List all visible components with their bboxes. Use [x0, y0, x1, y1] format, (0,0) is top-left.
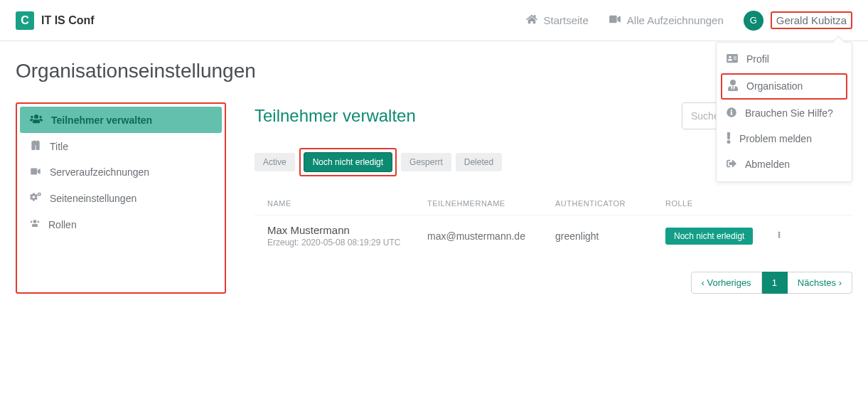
home-icon: [526, 14, 537, 26]
dropdown-logout-label: Abmelden: [745, 159, 790, 170]
user-name: Gerald Kubitza: [771, 11, 852, 29]
user-icon: [30, 218, 40, 230]
brand[interactable]: C IT IS Conf: [16, 11, 95, 30]
exclamation-icon: [727, 132, 731, 146]
sidebar-item-roles[interactable]: Rollen: [20, 211, 222, 238]
filter-banned[interactable]: Gesperrt: [401, 153, 451, 171]
dropdown-profile[interactable]: Profil: [717, 47, 852, 72]
cogs-icon: [30, 192, 41, 204]
users-icon: [30, 114, 43, 126]
nav-recordings[interactable]: Alle Aufzeichnungen: [609, 14, 724, 26]
filter-pending[interactable]: Noch nicht erledigt: [304, 152, 392, 172]
table-header: NAME TEILNEHMERNAME AUTHENTICATOR ROLLE: [254, 192, 852, 215]
video-icon: [30, 166, 41, 178]
dropdown-organisation[interactable]: Organisation: [721, 73, 847, 100]
col-header-username: TEILNEHMERNAME: [427, 199, 555, 208]
dropdown-profile-label: Profil: [746, 53, 769, 65]
table-row: Max Mustermann Erzeugt: 2020-05-08 08:19…: [254, 215, 852, 256]
col-header-name: NAME: [267, 199, 427, 208]
logout-icon: [727, 159, 736, 171]
panel-title: Teilnehmer verwalten: [254, 106, 416, 126]
dropdown-help-label: Brauchen Sie Hilfe?: [745, 107, 833, 119]
sidebar-item-label: Title: [50, 141, 68, 152]
brand-logo: C: [16, 11, 34, 30]
row-actions[interactable]: [765, 229, 793, 243]
sidebar-item-manage-users[interactable]: Teilnehmer verwalten: [20, 107, 222, 133]
pagination-prev[interactable]: ‹ Vorheriges: [691, 272, 762, 294]
nav-right: Startseite Alle Aufzeichnungen G Gerald …: [526, 11, 852, 31]
sidebar-item-server-recordings[interactable]: Serveraufzeichnungen: [20, 159, 222, 185]
dropdown-help[interactable]: Brauchen Sie Hilfe?: [717, 101, 852, 126]
col-header-role: ROLLE: [665, 199, 765, 208]
nav-home-label: Startseite: [543, 14, 588, 26]
sidebar: Teilnehmer verwalten Title Serveraufzeic…: [16, 102, 226, 294]
filter-active[interactable]: Active: [254, 153, 295, 171]
avatar: G: [744, 11, 763, 31]
dropdown-organisation-label: Organisation: [746, 80, 803, 92]
id-card-icon: [727, 53, 738, 65]
sidebar-item-label: Teilnehmer verwalten: [51, 115, 152, 126]
question-icon: [727, 107, 736, 119]
table: NAME TEILNEHMERNAME AUTHENTICATOR ROLLE …: [254, 192, 852, 256]
filter-deleted[interactable]: Deleted: [456, 153, 502, 171]
nav-home[interactable]: Startseite: [526, 14, 588, 26]
row-role-badge: Noch nicht erledigt: [665, 228, 753, 245]
filter-pending-highlight: Noch nicht erledigt: [299, 148, 397, 176]
user-menu[interactable]: G Gerald Kubitza Profil Organisation: [744, 11, 852, 31]
row-name: Max Mustermann: [267, 224, 427, 236]
header: C IT IS Conf Startseite Alle Aufzeichnun…: [0, 0, 868, 41]
more-vertical-icon: [778, 231, 781, 243]
row-created: Erzeugt: 2020-05-08 08:19:29 UTC: [267, 238, 427, 247]
dropdown-report-label: Problem melden: [739, 133, 812, 144]
pagination-page-1[interactable]: 1: [762, 272, 788, 294]
video-icon: [609, 14, 621, 26]
row-username: max@mustermann.de: [427, 230, 555, 242]
dropdown-report[interactable]: Problem melden: [717, 126, 852, 152]
row-authenticator: greenlight: [555, 230, 665, 242]
pagination-next[interactable]: Nächstes ›: [788, 272, 852, 294]
pagination: ‹ Vorheriges 1 Nächstes ›: [254, 272, 852, 294]
nav-recordings-label: Alle Aufzeichnungen: [627, 14, 724, 26]
binoculars-icon: [30, 140, 41, 152]
user-tie-icon: [728, 80, 738, 93]
col-header-authenticator: AUTHENTICATOR: [555, 199, 665, 208]
sidebar-item-label: Rollen: [48, 219, 77, 230]
sidebar-item-site-settings[interactable]: Seiteneinstellungen: [20, 185, 222, 211]
dropdown-logout[interactable]: Abmelden: [717, 152, 852, 177]
user-dropdown: Profil Organisation Brauchen Sie Hilfe?: [716, 42, 852, 182]
sidebar-item-label: Serveraufzeichnungen: [50, 166, 149, 178]
brand-name: IT IS Conf: [41, 14, 95, 27]
sidebar-item-label: Seiteneinstellungen: [50, 193, 136, 204]
sidebar-item-title[interactable]: Title: [20, 133, 222, 159]
